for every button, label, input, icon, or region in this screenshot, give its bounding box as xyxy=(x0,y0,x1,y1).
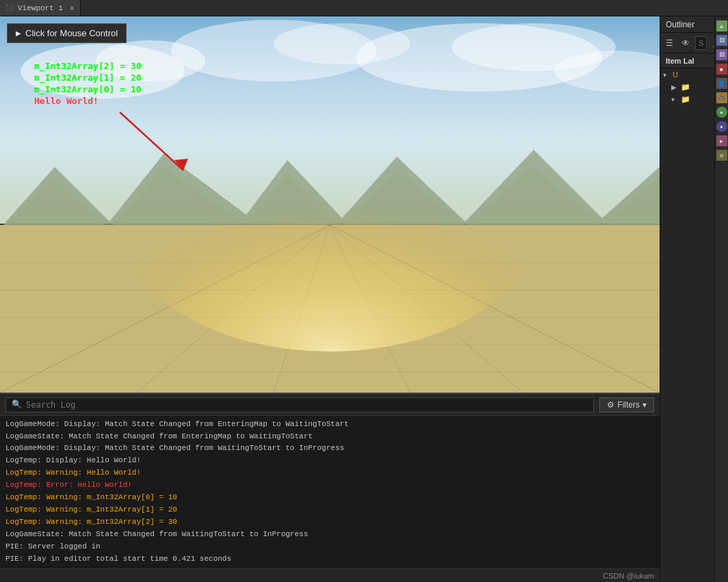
log-line-15: LogTemp: Warning: m_Int32Array[2] = 30 xyxy=(0,516,660,529)
log-line-7: LogGameMode: Display: Match State Change… xyxy=(0,419,660,431)
folder-icon-0: U xyxy=(673,70,678,79)
item-label-text: Item Lal xyxy=(666,57,694,65)
search-icon: 🔍 xyxy=(12,399,22,410)
log-search-input[interactable] xyxy=(26,400,588,410)
icon-image2[interactable]: 🖼 xyxy=(716,49,727,60)
svg-line-15 xyxy=(330,225,660,393)
expand-icon-1: ▶ xyxy=(671,83,679,91)
filters-chevron: ▾ xyxy=(642,400,647,410)
icon-person[interactable]: 👤 xyxy=(716,78,727,89)
log-line-13: LogTemp: Warning: m_Int32Array[0] = 10 xyxy=(0,492,660,504)
log-bottom-bar: CSDN @iukam xyxy=(0,568,660,582)
viewport-icon: ⬛ xyxy=(5,4,14,12)
folder-icon-1: 📁 xyxy=(681,83,690,92)
icon-gear[interactable]: ⚙ xyxy=(716,150,727,161)
viewport-tab[interactable]: ⬛ Viewport 1 ✕ xyxy=(0,0,81,16)
log-line-12: LogTemp: Error: Hello World! xyxy=(0,479,660,492)
log-line-16: LogGameState: Match State Changed from W… xyxy=(0,529,660,541)
expand-icon: ▾ xyxy=(663,71,671,79)
debug-overlay: m_Int32Array[2] = 30 m_Int32Array[1] = 2… xyxy=(34,61,142,106)
log-line-17: PIE: Server logged in xyxy=(0,541,660,553)
icon-circle2[interactable]: ● xyxy=(716,121,727,132)
left-panel: Click for Mouse Control m_Int32Array[2] … xyxy=(0,16,660,582)
filters-label: Filters xyxy=(617,400,640,410)
log-bottom-text: CSDN @iukam xyxy=(603,572,654,580)
debug-line-1: m_Int32Array[1] = 20 xyxy=(34,72,142,83)
icon-circle1[interactable]: ● xyxy=(716,107,727,118)
viewport-close-btn[interactable]: ✕ xyxy=(70,3,75,12)
log-content: LogStaticMesh: Display: Waiting on stati… xyxy=(0,416,660,568)
right-panel: Outliner ☰ 👁 📌 Item Lal ▾ U ▶ 📁 ▾ xyxy=(660,16,728,582)
mouse-control-button[interactable]: Click for Mouse Control xyxy=(7,23,127,43)
right-icon-bar: ▲ 🖼 🖼 ■ 👤 🎮 ● ● ▶ ⚙ xyxy=(714,16,728,582)
log-search-container[interactable]: 🔍 xyxy=(5,397,594,412)
log-line-9: LogGameMode: Display: Match State Change… xyxy=(0,442,660,455)
debug-line-3: Hello World! xyxy=(34,96,142,106)
outliner-search-container[interactable] xyxy=(695,36,707,50)
main-area: Click for Mouse Control m_Int32Array[2] … xyxy=(0,16,728,582)
log-line-11: LogTemp: Warning: Hello World! xyxy=(0,467,660,479)
log-line-8: LogGameState: Match State Changed from E… xyxy=(0,431,660,443)
log-line-18: PIE: Play in editor total start time 0.4… xyxy=(0,553,660,566)
log-line-10: LogTemp: Display: Hello World! xyxy=(0,455,660,467)
expand-icon-2: ▾ xyxy=(671,96,679,103)
log-panel: 🔍 ⚙ Filters ▾ LogStaticMesh: Display: Wa… xyxy=(0,393,660,582)
filters-button[interactable]: ⚙ Filters ▾ xyxy=(599,397,654,412)
icon-image1[interactable]: 🖼 xyxy=(716,35,727,46)
debug-line-0: m_Int32Array[2] = 30 xyxy=(34,61,142,71)
icon-landscape[interactable]: ▲ xyxy=(716,21,727,31)
icon-red[interactable]: ■ xyxy=(716,64,727,75)
log-toolbar: 🔍 ⚙ Filters ▾ xyxy=(0,394,660,416)
folder-icon-2: 📁 xyxy=(681,95,690,104)
filter-icon: ⚙ xyxy=(607,400,614,410)
top-bar: ⬛ Viewport 1 ✕ xyxy=(0,0,728,16)
outliner-title: Outliner xyxy=(666,20,694,29)
svg-line-12 xyxy=(274,225,330,393)
debug-line-2: m_Int32Array[0] = 10 xyxy=(34,84,142,94)
svg-line-14 xyxy=(330,225,523,393)
svg-rect-9 xyxy=(0,225,660,393)
log-line-14: LogTemp: Warning: m_Int32Array[1] = 20 xyxy=(0,504,660,516)
icon-video[interactable]: ▶ xyxy=(716,135,727,146)
outliner-eye-btn[interactable]: 👁 xyxy=(679,37,692,49)
outliner-settings-btn[interactable]: ☰ xyxy=(663,37,676,49)
svg-line-10 xyxy=(0,225,330,393)
mouse-control-label: Click for Mouse Control xyxy=(25,28,118,38)
viewport[interactable]: Click for Mouse Control m_Int32Array[2] … xyxy=(0,16,660,393)
svg-line-13 xyxy=(330,225,411,393)
svg-line-11 xyxy=(137,225,330,393)
outliner-search-input[interactable] xyxy=(699,39,703,47)
icon-controller[interactable]: 🎮 xyxy=(716,92,727,103)
viewport-tab-label: Viewport 1 xyxy=(18,4,63,12)
sky-background xyxy=(0,16,660,224)
